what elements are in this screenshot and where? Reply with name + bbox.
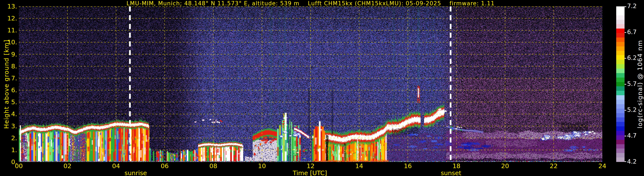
x-tick-label: 02	[64, 163, 72, 169]
colorbar-tick-label: 7.2	[627, 3, 637, 9]
x-tick-label: 08	[210, 163, 217, 169]
x-tick-label: 16	[404, 163, 412, 169]
page-title: LMU-MIM, Munich; 48.148° N 11.573° E, al…	[126, 0, 495, 6]
ceilometer-quicklook-page: LMU-MIM, Munich; 48.148° N 11.573° E, al…	[0, 0, 644, 176]
colorbar-tick-label: 4.7	[627, 133, 637, 139]
backscatter-heatmap	[19, 6, 602, 162]
colorbar-tick-mark	[624, 136, 626, 136]
x-tick-label: 18	[452, 163, 460, 169]
x-tick-label: 12	[307, 163, 315, 169]
colorbar-tick-label: 6.2	[627, 55, 637, 61]
colorbar	[616, 6, 624, 162]
x-tick-label: 24	[598, 163, 606, 169]
x-tick-label: 06	[161, 163, 169, 169]
y-tick-label: 2.	[0, 135, 17, 141]
y-tick-label: 0.	[0, 159, 17, 165]
x-tick-label: 22	[550, 163, 558, 169]
colorbar-tick-mark	[624, 32, 626, 33]
y-tick-label: 13.	[0, 3, 17, 9]
x-tick-label: 00	[15, 163, 23, 169]
colorbar-tick-label: 4.2	[627, 159, 637, 165]
colorbar-title: log(rc-signal) @ 1064 nm	[636, 40, 644, 128]
colorbar-tick-label: 5.7	[627, 81, 637, 87]
colorbar-tick-mark	[624, 84, 626, 85]
colorbar-tick-label: 6.7	[627, 29, 637, 35]
x-tick-label: 04	[112, 163, 120, 169]
sunset-annotation: sunset	[441, 170, 461, 176]
colorbar-tick-mark	[624, 110, 626, 111]
y-tick-label: 12.	[0, 15, 17, 21]
x-tick-label: 20	[501, 163, 509, 169]
colorbar-tick-label: 5.2	[627, 107, 637, 113]
colorbar-tick-mark	[624, 6, 626, 7]
y-tick-label: 11.	[0, 27, 17, 33]
y-tick-label: 1.	[0, 147, 17, 153]
sunrise-annotation: sunrise	[124, 170, 147, 176]
x-tick-label: 10	[258, 163, 266, 169]
colorbar-tick-mark	[624, 58, 626, 59]
x-axis-title: Time [UTC]	[293, 170, 327, 176]
colorbar-tick-mark	[624, 161, 626, 162]
y-axis-title: Height above ground [km]	[3, 40, 10, 129]
x-tick-label: 14	[355, 163, 363, 169]
